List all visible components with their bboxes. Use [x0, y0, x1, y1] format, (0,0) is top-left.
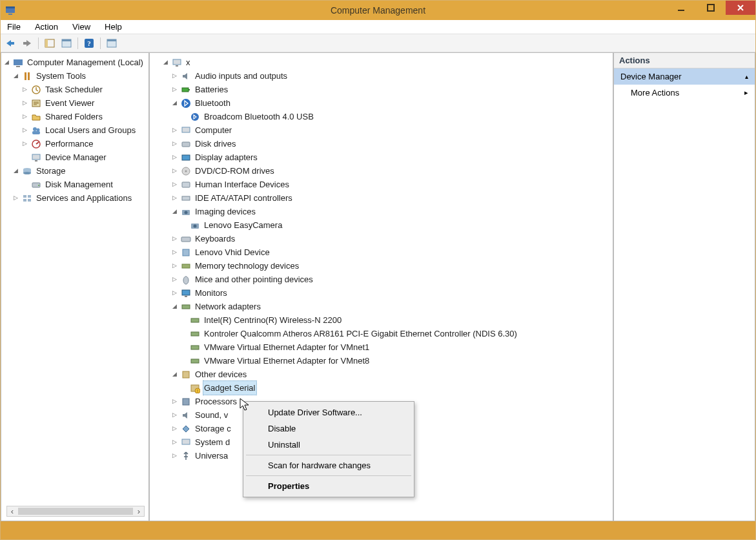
expand-icon[interactable]: ▷ — [170, 249, 178, 256]
network-adapter-icon — [190, 315, 200, 326]
collapse-icon[interactable]: ◢ — [12, 72, 19, 80]
device-imaging[interactable]: ◢Imaging devices — [161, 205, 611, 218]
minimize-button[interactable] — [666, 1, 696, 15]
device-computer[interactable]: ▷Computer — [161, 123, 611, 137]
collapse-icon[interactable]: ◢ — [170, 99, 178, 107]
expand-icon[interactable]: ▷ — [170, 276, 178, 284]
help-button[interactable]: ? — [82, 36, 96, 50]
tree-performance[interactable]: ▷ Performance — [3, 137, 147, 151]
tree-disk-management[interactable]: ▷ Disk Management — [3, 178, 147, 191]
collapse-icon[interactable]: ◢ — [12, 167, 19, 175]
expand-icon[interactable]: ▷ — [21, 140, 28, 148]
horizontal-scrollbar[interactable]: ‹ › — [6, 506, 145, 517]
expand-icon[interactable]: ▷ — [170, 127, 178, 134]
device-disk-drives[interactable]: ▷Disk drives — [161, 137, 611, 151]
device-display-adapters[interactable]: ▷Display adapters — [161, 151, 611, 164]
maximize-button[interactable] — [696, 1, 726, 15]
expand-icon[interactable]: ▷ — [170, 425, 178, 433]
expand-icon[interactable]: ▷ — [21, 113, 28, 121]
properties-button[interactable] — [59, 36, 74, 50]
collapse-icon[interactable]: ◢ — [161, 59, 169, 67]
show-hide-tree-button[interactable] — [43, 36, 57, 50]
expand-icon[interactable]: ▷ — [170, 398, 178, 406]
svg-point-50 — [185, 211, 188, 214]
menu-file[interactable]: File — [5, 21, 23, 33]
expand-icon[interactable]: ▷ — [170, 194, 178, 202]
context-menu[interactable]: Update Driver Software... Disable Uninst… — [243, 401, 414, 497]
expand-icon[interactable]: ▷ — [170, 452, 178, 460]
tree-services[interactable]: ▷ Services and Applications — [3, 191, 147, 205]
device-dvd[interactable]: ▷DVD/CD-ROM drives — [161, 164, 611, 178]
device-net3[interactable]: ▷VMware Virtual Ethernet Adapter for VMn… — [161, 340, 611, 354]
back-button[interactable] — [3, 36, 17, 50]
context-scan-hardware[interactable]: Scan for hardware changes — [243, 457, 414, 473]
device-gadget-serial[interactable]: ▷!Gadget Serial — [161, 381, 611, 395]
device-bluetooth-child[interactable]: ▷Broadcom Bluetooth 4.0 USB — [161, 110, 611, 123]
console-tree[interactable]: ◢ Computer Management (Local) ◢ System T… — [1, 53, 148, 207]
device-network[interactable]: ◢Network adapters — [161, 300, 611, 313]
device-audio[interactable]: ▷Audio inputs and outputs — [161, 69, 611, 83]
actions-current-node[interactable]: Device Manager ▴ — [614, 68, 755, 85]
context-update-driver[interactable]: Update Driver Software... — [243, 404, 414, 421]
expand-icon[interactable]: ▷ — [170, 181, 178, 189]
expand-icon[interactable]: ▷ — [170, 167, 178, 175]
collapse-icon[interactable]: ◢ — [170, 371, 178, 379]
tree-label: Network adapters — [194, 300, 262, 313]
context-properties[interactable]: Properties — [243, 478, 414, 494]
tree-root-computer-management[interactable]: ◢ Computer Management (Local) — [3, 56, 147, 69]
tree-task-scheduler[interactable]: ▷ Task Scheduler — [3, 83, 147, 96]
tree-shared-folders[interactable]: ▷ Shared Folders — [3, 110, 147, 123]
actions-more-actions[interactable]: More Actions ▸ — [614, 85, 755, 101]
expand-icon[interactable]: ▷ — [170, 72, 178, 80]
expand-icon[interactable]: ▷ — [170, 86, 178, 94]
tree-storage[interactable]: ◢ Storage — [3, 164, 147, 178]
expand-icon[interactable]: ▷ — [170, 140, 178, 148]
device-monitors[interactable]: ▷Monitors — [161, 286, 611, 300]
menu-action[interactable]: Action — [32, 21, 61, 33]
expand-icon[interactable]: ▷ — [21, 99, 28, 107]
expand-icon[interactable]: ▷ — [12, 194, 19, 202]
device-root[interactable]: ◢ x — [161, 56, 611, 69]
expand-icon[interactable]: ▷ — [170, 289, 178, 297]
device-batteries[interactable]: ▷Batteries — [161, 83, 611, 96]
expand-icon[interactable]: ▷ — [170, 439, 178, 446]
shared-folders-icon — [31, 112, 41, 122]
tree-device-manager[interactable]: ▷ Device Manager — [3, 151, 147, 164]
expand-icon[interactable]: ▷ — [170, 235, 178, 243]
expand-icon[interactable]: ▷ — [170, 411, 178, 419]
forward-button[interactable] — [20, 36, 34, 50]
device-keyboards[interactable]: ▷Keyboards — [161, 232, 611, 245]
device-imaging-child[interactable]: ▷Lenovo EasyCamera — [161, 218, 611, 232]
collapse-icon[interactable]: ◢ — [170, 208, 178, 216]
device-net1[interactable]: ▷Intel(R) Centrino(R) Wireless-N 2200 — [161, 313, 611, 327]
device-other[interactable]: ◢Other devices — [161, 368, 611, 381]
expand-icon[interactable]: ▷ — [21, 86, 28, 94]
device-bluetooth[interactable]: ◢Bluetooth — [161, 96, 611, 110]
menu-help[interactable]: Help — [102, 21, 125, 33]
expand-icon[interactable]: ▷ — [21, 127, 28, 134]
svg-rect-58 — [185, 296, 187, 297]
scroll-left-button[interactable]: ‹ — [7, 506, 17, 516]
title-bar[interactable]: Computer Management — [1, 1, 755, 20]
device-hid[interactable]: ▷Human Interface Devices — [161, 178, 611, 191]
tree-event-viewer[interactable]: ▷ Event Viewer — [3, 96, 147, 110]
device-ide[interactable]: ▷IDE ATA/ATAPI controllers — [161, 191, 611, 205]
device-net4[interactable]: ▷VMware Virtual Ethernet Adapter for VMn… — [161, 354, 611, 368]
collapse-icon[interactable]: ◢ — [3, 59, 10, 67]
refresh-button[interactable] — [105, 36, 119, 50]
device-lenovo-vhid[interactable]: ▷Lenovo Vhid Device — [161, 245, 611, 259]
scroll-thumb[interactable] — [18, 508, 133, 515]
context-uninstall[interactable]: Uninstall — [243, 437, 414, 453]
tree-system-tools[interactable]: ◢ System Tools — [3, 69, 147, 83]
menu-view[interactable]: View — [70, 21, 93, 33]
close-button[interactable] — [726, 1, 755, 15]
device-net2[interactable]: ▷Kontroler Qualcomm Atheros AR8161 PCI-E… — [161, 327, 611, 340]
device-mice[interactable]: ▷Mice and other pointing devices — [161, 273, 611, 286]
collapse-icon[interactable]: ◢ — [170, 303, 178, 311]
context-disable[interactable]: Disable — [243, 421, 414, 437]
device-memtech[interactable]: ▷Memory technology devices — [161, 259, 611, 273]
tree-local-users[interactable]: ▷ Local Users and Groups — [3, 123, 147, 137]
expand-icon[interactable]: ▷ — [170, 262, 178, 270]
scroll-right-button[interactable]: › — [134, 506, 144, 516]
expand-icon[interactable]: ▷ — [170, 154, 178, 161]
